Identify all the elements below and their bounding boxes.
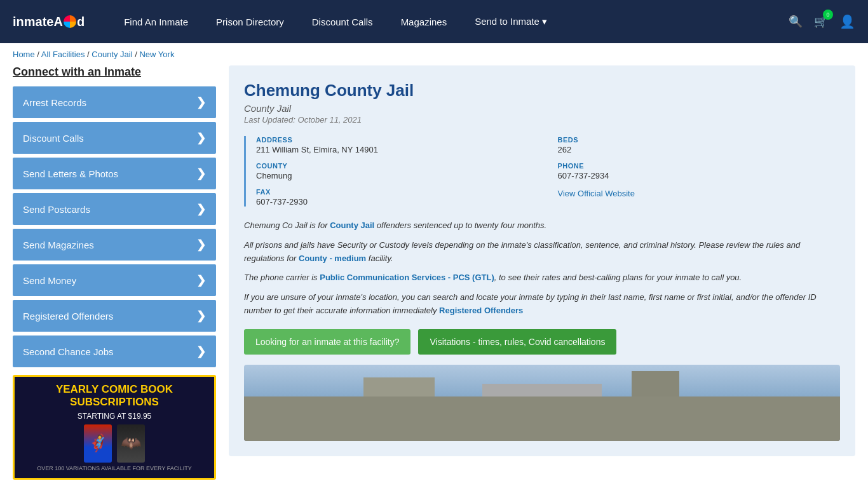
- sidebar-label-registered-offenders: Registered Offenders: [23, 311, 113, 322]
- ad-title: YEARLY COMIC BOOK SUBSCRIPTIONS: [21, 383, 208, 409]
- arrow-icon-1: ❯: [196, 131, 206, 145]
- county-label: COUNTY: [256, 162, 539, 170]
- breadcrumb: Home / All Facilities / County Jail / Ne…: [0, 43, 868, 65]
- search-icon[interactable]: 🔍: [789, 15, 803, 29]
- facility-title: Chemung County Jail: [244, 81, 840, 100]
- pcs-gtl-link[interactable]: Public Communication Services - PCS (GTL…: [320, 273, 494, 282]
- fax-block: FAX 607-737-2930: [256, 188, 539, 207]
- facility-type: County Jail: [244, 103, 840, 114]
- main-nav: Find An Inmate Prison Directory Discount…: [110, 16, 789, 27]
- sidebar-item-second-chance-jobs[interactable]: Second Chance Jobs ❯: [13, 336, 216, 367]
- breadcrumb-state[interactable]: New York: [139, 50, 174, 59]
- sidebar-item-send-letters[interactable]: Send Letters & Photos ❯: [13, 158, 216, 189]
- cart-badge: 0: [823, 10, 833, 20]
- nav-discount-calls[interactable]: Discount Calls: [298, 17, 387, 27]
- county-medium-link[interactable]: County - medium: [299, 254, 366, 263]
- arrow-icon-7: ❯: [196, 344, 206, 358]
- description-2: All prisons and jails have Security or C…: [244, 239, 840, 266]
- nav-prison-directory[interactable]: Prison Directory: [202, 17, 298, 27]
- sidebar-item-send-magazines[interactable]: Send Magazines ❯: [13, 229, 216, 261]
- address-label: ADDRESS: [256, 136, 539, 144]
- sidebar-item-registered-offenders[interactable]: Registered Offenders ❯: [13, 300, 216, 332]
- sidebar: Connect with an Inmate Arrest Records ❯ …: [13, 65, 216, 480]
- registered-offenders-link[interactable]: Registered Offenders: [439, 306, 523, 315]
- fax-label: FAX: [256, 188, 539, 196]
- arrow-icon-4: ❯: [196, 238, 206, 252]
- nav-magazines[interactable]: Magazines: [387, 17, 461, 27]
- user-icon[interactable]: 👤: [839, 14, 855, 29]
- ad-figure-superman: 🦸: [84, 424, 112, 463]
- action-buttons: Looking for an inmate at this facility? …: [244, 329, 840, 355]
- breadcrumb-home[interactable]: Home: [13, 50, 35, 59]
- sidebar-title: Connect with an Inmate: [13, 65, 216, 79]
- main-content: Chemung County Jail County Jail Last Upd…: [229, 65, 855, 456]
- county-jail-link-1[interactable]: County Jail: [330, 220, 374, 230]
- phone-block: PHONE 607-737-2934: [558, 162, 841, 180]
- logo[interactable]: inmate A d: [13, 15, 85, 29]
- ad-sub: OVER 100 VARIATIONS AVAILABLE FOR EVERY …: [21, 465, 208, 471]
- arrow-icon-2: ❯: [196, 166, 206, 180]
- fax-value: 607-737-2930: [256, 197, 539, 207]
- beds-value: 262: [558, 145, 841, 154]
- nav-send-to-inmate[interactable]: Send to Inmate ▾: [461, 16, 561, 27]
- arrow-icon-3: ❯: [196, 202, 206, 216]
- header-icons: 🔍 🛒 0 👤: [789, 14, 855, 29]
- building-silhouette: [244, 396, 840, 441]
- website-block: View Official Website: [558, 188, 841, 207]
- arrow-icon-6: ❯: [196, 309, 206, 323]
- arrow-icon-0: ❯: [196, 95, 206, 109]
- sidebar-item-arrest-records[interactable]: Arrest Records ❯: [13, 86, 216, 118]
- facility-last-updated: Last Updated: October 11, 2021: [244, 115, 840, 125]
- county-block: COUNTY Chemung: [256, 162, 539, 180]
- sidebar-label-second-chance-jobs: Second Chance Jobs: [23, 346, 114, 357]
- ad-price: STARTING AT $19.95: [21, 412, 208, 421]
- sidebar-item-discount-calls[interactable]: Discount Calls ❯: [13, 122, 216, 154]
- breadcrumb-all-facilities[interactable]: All Facilities: [41, 50, 85, 59]
- description-1: Chemung Co Jail is for County Jail offen…: [244, 219, 840, 233]
- sidebar-label-discount-calls: Discount Calls: [23, 133, 84, 144]
- cart-icon[interactable]: 🛒 0: [814, 15, 828, 29]
- facility-photo: [244, 365, 840, 441]
- beds-label: BEDS: [558, 136, 841, 144]
- beds-block: BEDS 262: [558, 136, 841, 154]
- facility-info-grid: ADDRESS 211 William St, Elmira, NY 14901…: [244, 136, 840, 207]
- sidebar-item-send-money[interactable]: Send Money ❯: [13, 264, 216, 296]
- breadcrumb-county-jail[interactable]: County Jail: [92, 50, 132, 59]
- ad-banner[interactable]: YEARLY COMIC BOOK SUBSCRIPTIONS STARTING…: [13, 375, 216, 480]
- phone-value: 607-737-2934: [558, 171, 841, 180]
- sidebar-item-send-postcards[interactable]: Send Postcards ❯: [13, 193, 216, 225]
- sidebar-label-send-money: Send Money: [23, 275, 76, 286]
- sidebar-label-arrest-records: Arrest Records: [23, 97, 86, 108]
- website-link[interactable]: View Official Website: [558, 189, 635, 198]
- arrow-icon-5: ❯: [196, 273, 206, 287]
- visitations-btn[interactable]: Visitations - times, rules, Covid cancel…: [418, 329, 616, 355]
- description-3: The phone carrier is Public Communicatio…: [244, 271, 840, 285]
- address-block: ADDRESS 211 William St, Elmira, NY 14901: [256, 136, 539, 154]
- phone-label: PHONE: [558, 162, 841, 170]
- ad-figure-batman: 🦇: [117, 424, 145, 463]
- sidebar-label-send-letters: Send Letters & Photos: [23, 168, 118, 179]
- description-4: If you are unsure of your inmate's locat…: [244, 291, 840, 318]
- sidebar-label-send-magazines: Send Magazines: [23, 240, 94, 250]
- address-value: 211 William St, Elmira, NY 14901: [256, 145, 539, 154]
- site-header: inmate A d Find An Inmate Prison Directo…: [0, 0, 868, 43]
- sidebar-label-send-postcards: Send Postcards: [23, 204, 90, 215]
- county-value: Chemung: [256, 171, 539, 180]
- find-inmate-btn[interactable]: Looking for an inmate at this facility?: [244, 329, 410, 355]
- nav-find-inmate[interactable]: Find An Inmate: [110, 17, 202, 27]
